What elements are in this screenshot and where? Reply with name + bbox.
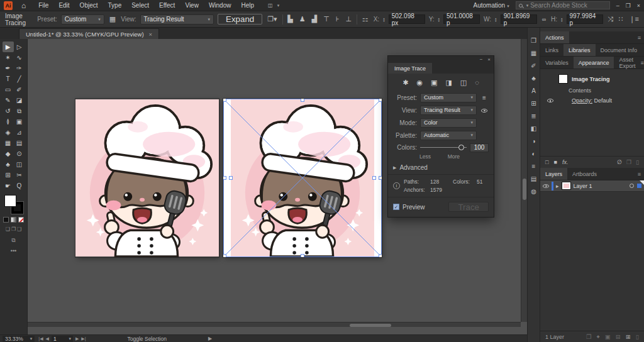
trace-mode-select[interactable]: Color▾	[420, 118, 477, 128]
tab-artboards[interactable]: Artboards	[567, 168, 602, 180]
view-eye-icon[interactable]	[480, 107, 489, 114]
panel-options-icon[interactable]: ❘≡	[629, 15, 639, 23]
x-stepper[interactable]: ▴▾	[383, 17, 385, 22]
preset-menu-icon[interactable]: ≡	[480, 94, 489, 101]
tool-rotate[interactable]: ↺	[3, 106, 14, 116]
make-mask-icon[interactable]: ▣	[605, 333, 611, 341]
add-stroke-icon[interactable]: □	[545, 159, 548, 165]
transform-collapsed-icon[interactable]: ⊞	[531, 99, 536, 108]
tool-perspective-grid[interactable]: ⊿	[14, 127, 25, 138]
tool-paintbrush[interactable]: ✐	[14, 84, 25, 95]
menu-window[interactable]: Window	[204, 2, 236, 9]
vertical-scrollbar[interactable]	[521, 39, 527, 322]
tool-rectangle[interactable]: ▭	[3, 84, 14, 95]
tab-links[interactable]: Links	[540, 44, 564, 56]
trace-view-select[interactable]: Tracing Result▾	[420, 106, 477, 115]
trace-preset-select[interactable]: Custom▾	[420, 93, 477, 102]
color-collapsed-icon[interactable]: ◑	[531, 137, 535, 145]
tool-width[interactable]: ≬	[3, 116, 14, 127]
tab-variables[interactable]: Variables	[540, 57, 574, 69]
preset-select[interactable]: Custom▾	[61, 14, 104, 25]
advanced-disclosure[interactable]: ▶ Advanced	[388, 162, 494, 175]
none-button[interactable]	[18, 217, 24, 223]
original-image[interactable]	[75, 99, 219, 257]
tool-line-segment[interactable]: ╱	[14, 74, 25, 84]
menu-object[interactable]: Object	[75, 2, 103, 9]
document-tab[interactable]: Untitled-1* @ 33.33% (CMYK/GPU Preview) …	[19, 28, 159, 39]
tool-shape-builder[interactable]: ◈	[3, 127, 14, 138]
pathfinder-collapsed-icon[interactable]: ◧	[531, 124, 536, 133]
tool-eyedropper[interactable]: ◆	[3, 148, 14, 159]
draw-inside-icon[interactable]: ❑	[17, 226, 21, 232]
gradient-button[interactable]	[11, 217, 16, 223]
menu-select[interactable]: Select	[126, 2, 154, 9]
fill-swatch[interactable]	[4, 195, 16, 207]
tool-hand[interactable]: ☛	[3, 180, 14, 191]
restore-button[interactable]: ❐	[626, 3, 631, 9]
layer-selection-indicator[interactable]	[637, 184, 641, 188]
y-field[interactable]: 501.0008 p	[443, 14, 480, 24]
appearance-panel-menu-icon[interactable]: ≡	[640, 60, 644, 66]
traced-image[interactable]	[223, 99, 382, 257]
image-trace-tab[interactable]: Image Trace	[388, 63, 432, 74]
align-bottom-icon[interactable]: ⊥	[344, 15, 353, 23]
tool-blend[interactable]: ⊙	[14, 148, 25, 159]
artboard-number-select[interactable]: 1▾	[52, 336, 73, 342]
layer-visibility-eye-icon[interactable]	[543, 184, 549, 188]
menu-effect[interactable]: Effect	[154, 2, 180, 9]
workspace-switcher-icon[interactable]: ◫ ▾	[268, 3, 280, 8]
next-artboard-icon[interactable]: ▶	[75, 336, 79, 341]
tool-gradient[interactable]: ▤	[14, 138, 25, 148]
tool-free-transform[interactable]: ▣	[14, 116, 25, 127]
transform-icon[interactable]: ⤨	[607, 15, 615, 23]
layer-row[interactable]: ▸ Layer 1	[540, 180, 644, 192]
menu-type[interactable]: Type	[103, 2, 127, 9]
h-stepper[interactable]: ▴▾	[561, 17, 563, 22]
tool-pen[interactable]: ✒	[3, 63, 14, 74]
layer-target-icon[interactable]	[630, 184, 634, 188]
x-field[interactable]: 502.098 px	[389, 14, 425, 24]
symbols-collapsed-icon[interactable]: ♣	[531, 74, 536, 82]
home-icon[interactable]: ⌂	[21, 1, 26, 10]
duplicate-item-icon[interactable]: ❐	[626, 159, 631, 165]
color-button[interactable]	[3, 217, 9, 223]
close-button[interactable]: ×	[637, 3, 640, 9]
tab-close-icon[interactable]: ×	[149, 31, 153, 38]
menu-help[interactable]: Help	[236, 2, 259, 9]
grayscale-preset-icon[interactable]: ◨	[445, 79, 452, 87]
appearance-opacity-row[interactable]: Opacity: Default	[540, 96, 644, 106]
outline-preset-icon[interactable]: ◌	[475, 79, 479, 87]
brushes-collapsed-icon[interactable]: ✐	[531, 62, 536, 70]
add-effect-icon[interactable]: fx.	[562, 159, 569, 165]
appearance-contents-row[interactable]: Contents	[540, 86, 644, 96]
eye-icon[interactable]	[547, 99, 553, 102]
edit-toolbar-icon[interactable]: •••	[11, 248, 16, 254]
links-collapsed-icon[interactable]: ▦	[531, 49, 536, 57]
low-color-preset-icon[interactable]: ▣	[431, 79, 437, 87]
reference-point-icon[interactable]: ⚏	[361, 15, 370, 23]
tool-selection[interactable]: ▶	[3, 41, 14, 52]
tool-zoom[interactable]: Q	[14, 180, 25, 191]
layer-expand-icon[interactable]: ▸	[556, 183, 559, 189]
tab-asset-export[interactable]: Asset Export	[614, 57, 640, 69]
layer-thumbnail[interactable]	[562, 182, 571, 190]
tool-column-graph[interactable]: ◫	[14, 159, 25, 170]
collect-for-export-icon[interactable]: ❐	[586, 333, 592, 341]
align-collapsed-icon[interactable]: ≣	[531, 112, 536, 120]
y-stepper[interactable]: ▴▾	[438, 17, 440, 22]
tool-scale[interactable]: ⧉	[14, 106, 25, 116]
add-fill-icon[interactable]: ■	[553, 159, 557, 165]
tool-direct-selection[interactable]: ▷	[14, 41, 25, 52]
tool-type[interactable]: T	[3, 74, 14, 84]
tool-magic-wand[interactable]: ✶	[3, 52, 14, 63]
preview-checkbox[interactable]: ✓	[393, 204, 399, 210]
delete-item-icon[interactable]: ▯	[636, 159, 639, 165]
delete-layer-icon[interactable]: ▯	[636, 333, 639, 341]
tool-eraser[interactable]: ◪	[14, 95, 25, 106]
w-field[interactable]: 901.8969 p	[501, 14, 537, 24]
layer-name[interactable]: Layer 1	[574, 183, 592, 189]
constrain-proportions-icon[interactable]: ∞	[541, 16, 547, 23]
draw-normal-icon[interactable]: ❏	[6, 226, 10, 232]
new-sublayer-icon[interactable]: ⊟	[616, 333, 621, 341]
actions-panel-menu-icon[interactable]: ≡	[638, 35, 644, 41]
